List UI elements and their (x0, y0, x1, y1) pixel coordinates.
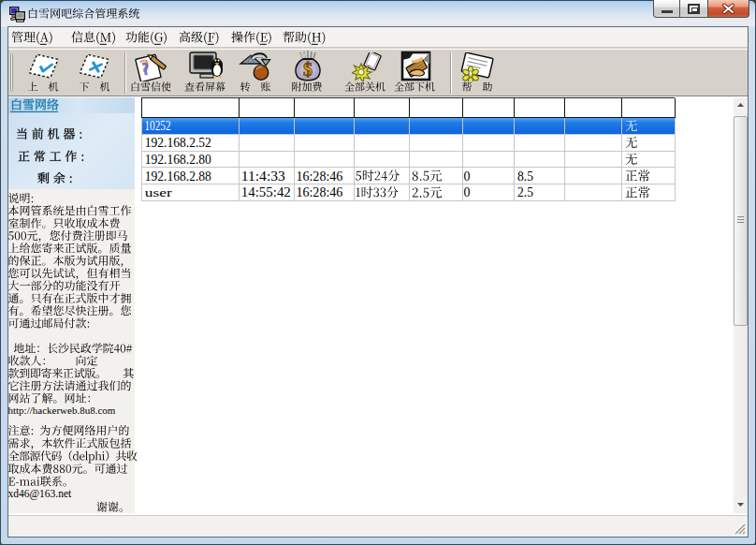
svg-text:$: $ (303, 59, 313, 80)
